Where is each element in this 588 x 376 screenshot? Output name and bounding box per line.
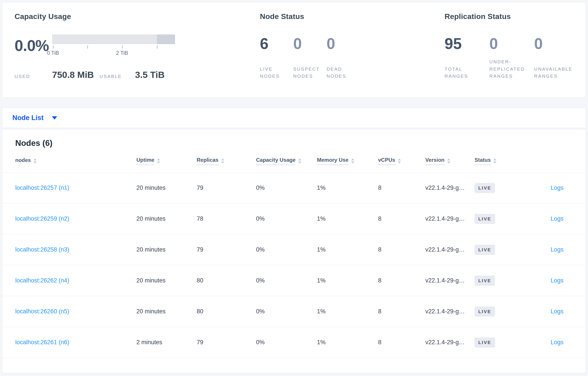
column-header-memory-use[interactable]: Memory Use [317, 157, 378, 165]
replicas-cell: 80 [197, 308, 256, 315]
table-row: localhost:26261 (n6) 2 minutes 79 0% 1% … [2, 327, 586, 358]
cluster-overview-page: { "summary": { "capacity": { "title": "C… [0, 0, 588, 376]
axis-label-2tib: 2 TiB [116, 50, 128, 56]
column-header-vcpus[interactable]: vCPUs [378, 157, 425, 165]
suspect-nodes-value: 0 [293, 33, 326, 52]
memory-cell: 1% [317, 246, 378, 253]
under-replicated-value: 0 [489, 33, 534, 52]
axis-tick-0 [53, 45, 53, 49]
column-header-nodes[interactable]: nodes [15, 157, 136, 165]
stat-total-ranges: 95 TOTAL RANGES [444, 33, 489, 80]
vcpus-cell: 8 [378, 339, 425, 346]
capacity-cell: 0% [256, 246, 317, 253]
column-header-uptime-label: Uptime [136, 157, 154, 165]
version-cell: v22.1.4-29-g… [425, 246, 474, 253]
node-list-dropdown-label: Node List [12, 114, 43, 122]
vcpus-cell: 8 [378, 308, 425, 315]
total-ranges-value: 95 [444, 33, 489, 52]
status-badge: LIVE [474, 337, 495, 347]
capacity-chart: 0.0% 0 TiB 2 TiB [15, 34, 260, 57]
node-link[interactable]: localhost:26258 (n3) [15, 246, 69, 253]
unavailable-ranges-label: UNAVAILABLE RANGES [534, 58, 577, 80]
usable-value: 3.5 TiB [135, 70, 165, 80]
live-nodes-label: LIVE NODES [260, 58, 293, 80]
uptime-cell: 2 minutes [136, 339, 197, 346]
nodes-panel: Nodes (6) nodes Uptime Replicas Capacity… [2, 129, 586, 373]
stat-unavailable-ranges: 0 UNAVAILABLE RANGES [534, 33, 579, 80]
sort-icon [298, 158, 301, 164]
sort-icon [221, 158, 224, 164]
sort-icon [447, 158, 450, 164]
vcpus-cell: 8 [378, 185, 425, 191]
logs-link[interactable]: Logs [550, 308, 564, 315]
logs-link[interactable]: Logs [550, 185, 564, 191]
logs-link[interactable]: Logs [550, 277, 564, 284]
sort-icon [351, 158, 354, 164]
memory-cell: 1% [317, 339, 378, 346]
column-header-version[interactable]: Version [425, 157, 474, 165]
column-header-capacity-usage[interactable]: Capacity Usage [256, 157, 317, 165]
table-row: localhost:26262 (n4) 20 minutes 80 0% 1%… [2, 265, 586, 296]
nodes-table: nodes Uptime Replicas Capacity Usage Mem… [2, 150, 586, 358]
capacity-cell: 0% [256, 308, 317, 315]
node-link[interactable]: localhost:26261 (n6) [15, 339, 69, 345]
capacity-cell: 0% [256, 339, 317, 346]
sort-icon [493, 158, 496, 164]
capacity-percent: 0.0% [15, 37, 52, 54]
status-badge: LIVE [474, 276, 495, 286]
replicas-cell: 78 [197, 215, 256, 222]
logs-link[interactable]: Logs [550, 246, 564, 253]
version-cell: v22.1.4-29-g… [425, 308, 474, 315]
sort-icon [33, 158, 37, 164]
replicas-cell: 80 [197, 277, 256, 284]
sort-icon [398, 158, 401, 164]
status-badge: LIVE [474, 306, 495, 317]
uptime-cell: 20 minutes [136, 185, 197, 191]
version-cell: v22.1.4-29-g… [425, 339, 474, 346]
node-link[interactable]: localhost:26260 (n5) [15, 308, 69, 315]
column-header-nodes-label: nodes [15, 157, 31, 165]
capacity-axis [52, 45, 175, 49]
vcpus-cell: 8 [378, 215, 425, 222]
capacity-bar-chart: 0 TiB 2 TiB [52, 34, 175, 57]
logs-link[interactable]: Logs [550, 339, 564, 345]
stat-live-nodes: 6 LIVE NODES [260, 33, 293, 80]
used-value: 750.8 MiB [52, 70, 100, 80]
uptime-cell: 20 minutes [136, 215, 197, 222]
column-header-version-label: Version [425, 157, 444, 165]
node-list-dropdown[interactable]: Node List [12, 114, 57, 122]
status-badge: LIVE [474, 245, 495, 255]
capacity-cell: 0% [256, 185, 317, 191]
memory-cell: 1% [317, 308, 378, 315]
vcpus-cell: 8 [378, 246, 425, 253]
version-cell: v22.1.4-29-g… [425, 277, 474, 284]
capacity-cell: 0% [256, 215, 317, 222]
summary-panel: Capacity Usage 0.0% 0 TiB 2 TiB [2, 2, 586, 98]
node-link[interactable]: localhost:26257 (n1) [15, 185, 69, 191]
replicas-cell: 79 [197, 246, 256, 253]
logs-link[interactable]: Logs [550, 215, 564, 222]
memory-cell: 1% [317, 277, 378, 284]
column-header-vcpus-label: vCPUs [378, 157, 395, 165]
table-row: localhost:26258 (n3) 20 minutes 79 0% 1%… [2, 234, 586, 265]
status-badge: LIVE [474, 214, 495, 224]
memory-cell: 1% [317, 185, 378, 191]
capacity-usage-title: Capacity Usage [15, 12, 260, 21]
dead-nodes-label: DEAD NODES [326, 58, 360, 80]
table-row: localhost:26257 (n1) 20 minutes 79 0% 1%… [2, 173, 586, 203]
live-nodes-value: 6 [260, 33, 293, 52]
stat-suspect-nodes: 0 SUSPECT NODES [293, 33, 326, 80]
column-header-status-label: Status [474, 157, 491, 165]
used-label: USED [15, 74, 52, 79]
column-header-replicas[interactable]: Replicas [197, 157, 256, 165]
uptime-cell: 20 minutes [136, 277, 197, 284]
axis-tick-2 [122, 45, 123, 49]
version-cell: v22.1.4-29-g… [425, 185, 474, 191]
column-header-replicas-label: Replicas [197, 157, 219, 165]
node-link[interactable]: localhost:26259 (n2) [15, 215, 69, 222]
node-link[interactable]: localhost:26262 (n4) [15, 277, 69, 284]
column-header-uptime[interactable]: Uptime [136, 157, 197, 165]
uptime-cell: 20 minutes [136, 308, 197, 315]
axis-tick-1 [87, 45, 88, 49]
column-header-status[interactable]: Status [474, 157, 540, 165]
